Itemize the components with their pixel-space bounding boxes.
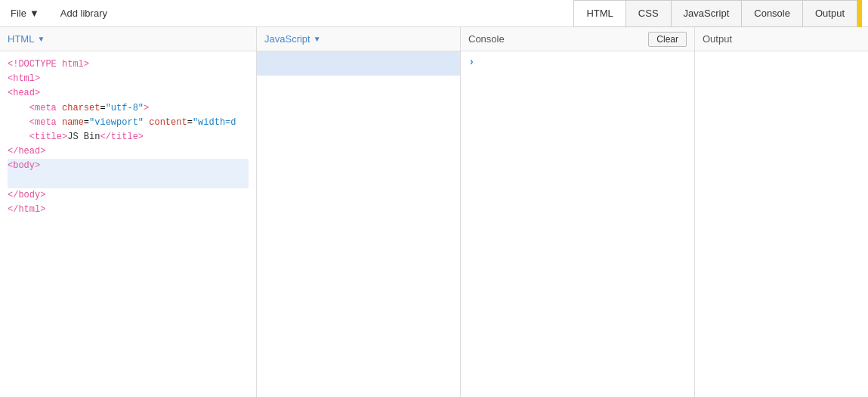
file-menu-button[interactable]: File ▼ [6, 5, 44, 22]
code-line: <meta charset="utf-8"> [8, 101, 249, 116]
code-line: </body> [8, 188, 249, 203]
html-panel: HTML ▼ <!DOCTYPE html> <html> <head> <me… [0, 27, 257, 397]
tab-html[interactable]: HTML [573, 0, 625, 27]
js-highlight-area[interactable] [257, 51, 460, 76]
top-nav-tabs: HTML CSS JavaScript Console Output [573, 0, 857, 27]
js-panel-header: JavaScript ▼ [257, 27, 460, 51]
tab-console[interactable]: Console [741, 0, 802, 27]
panels-container: HTML ▼ <!DOCTYPE html> <html> <head> <me… [0, 27, 868, 397]
tab-javascript[interactable]: JavaScript [671, 0, 742, 27]
code-line [8, 174, 249, 188]
add-library-label: Add library [60, 8, 107, 19]
code-line: <head> [8, 86, 249, 101]
code-line: <meta name="viewport" content="width=d [8, 116, 249, 130]
tab-css[interactable]: CSS [626, 0, 671, 27]
file-chevron-icon: ▼ [29, 8, 39, 19]
output-panel: Output [695, 27, 868, 397]
code-line: </html> [8, 203, 249, 217]
output-content [695, 51, 868, 397]
top-nav: File ▼ Add library HTML CSS JavaScript C… [0, 0, 868, 27]
js-panel: JavaScript ▼ [257, 27, 461, 397]
js-panel-title: JavaScript [264, 33, 310, 45]
js-code-editor[interactable] [257, 76, 460, 397]
console-panel: Console Clear › [461, 27, 695, 397]
output-panel-header: Output [695, 27, 868, 51]
code-line: <body> [8, 159, 249, 173]
top-nav-left: File ▼ Add library [6, 5, 573, 22]
console-prompt-icon: › [468, 56, 474, 68]
code-line: <title>JS Bin</title> [8, 130, 249, 144]
js-chevron-icon: ▼ [314, 35, 321, 43]
html-code-editor[interactable]: <!DOCTYPE html> <html> <head> <meta char… [0, 51, 256, 397]
code-line: <!DOCTYPE html> [8, 57, 249, 72]
html-chevron-icon: ▼ [37, 35, 45, 43]
console-output: › [461, 51, 694, 397]
add-library-button[interactable]: Add library [56, 5, 112, 22]
output-panel-title: Output [703, 33, 732, 45]
html-panel-title: HTML [8, 33, 34, 45]
code-line: <html> [8, 72, 249, 86]
file-label: File [11, 8, 26, 19]
console-panel-title: Console [468, 33, 505, 45]
console-panel-header: Console Clear [461, 27, 694, 51]
tab-output[interactable]: Output [802, 0, 857, 27]
accent-bar [857, 0, 862, 27]
code-line: </head> [8, 144, 249, 159]
js-panel-body [257, 51, 460, 397]
html-panel-header: HTML ▼ [0, 27, 256, 51]
clear-button[interactable]: Clear [648, 32, 687, 47]
